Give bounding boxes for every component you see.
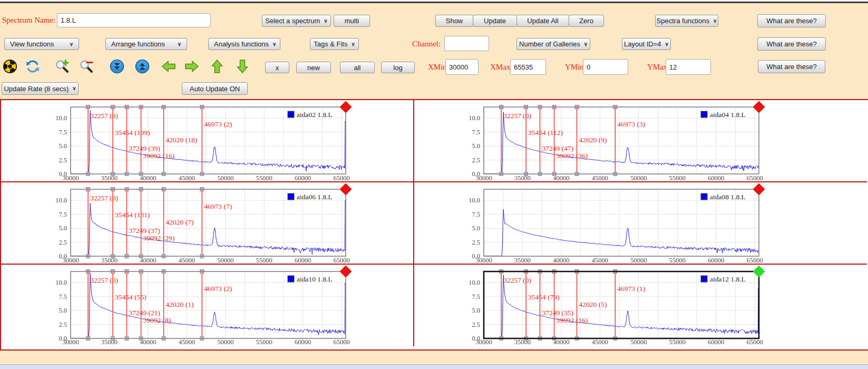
spectrum-plot-aida06[interactable]: 0.02.55.07.510.0300003500040000450005000… xyxy=(1,182,413,264)
x-axis-tick-label: 35000 xyxy=(101,257,118,264)
y-axis-tick-label: 5.0 xyxy=(58,142,67,150)
marker-label: 42020 (1) xyxy=(166,300,194,308)
chevron-down-icon xyxy=(665,42,669,47)
x-axis-tick-label: 45000 xyxy=(592,257,608,264)
marker-label: 35454 (55) xyxy=(115,293,147,301)
select-spectrum-label: Select a spectrum xyxy=(265,17,320,25)
spectrum-panel-aida02[interactable]: 0.02.55.07.510.0300003500040000450005000… xyxy=(1,100,414,182)
spectrum-gallery-grid: 0.02.55.07.510.0300003500040000450005000… xyxy=(0,99,868,351)
spectrum-panel-aida10[interactable]: 0.02.55.07.510.0300003500040000450005000… xyxy=(1,265,414,346)
x-axis-tick-label: 60000 xyxy=(295,257,311,264)
chevron-down-icon xyxy=(272,42,276,47)
marker-label: 46973 (3) xyxy=(617,120,645,128)
y-axis-tick-label: 5.0 xyxy=(472,225,480,232)
xmin-label: XMin xyxy=(428,63,447,72)
legend-swatch xyxy=(701,193,707,200)
spectrum-plot-aida10[interactable]: 0.02.55.07.510.0300003500040000450005000… xyxy=(1,265,413,345)
spectrum-plot-aida02[interactable]: 0.02.55.07.510.0300003500040000450005000… xyxy=(1,100,413,181)
x-axis-tick-label: 55000 xyxy=(669,174,686,181)
scroll-up-icon[interactable] xyxy=(135,59,150,74)
y-axis-tick-label: 7.5 xyxy=(58,293,67,300)
chevron-down-icon xyxy=(72,86,76,91)
marker-label: 32257 (0) xyxy=(90,276,118,284)
legend-label: aida02 1.8.L xyxy=(297,111,333,119)
xmax-label: XMax xyxy=(490,63,510,72)
x-axis-tick-label: 35000 xyxy=(101,338,118,345)
xmax-input[interactable] xyxy=(510,59,546,75)
update-rate-dropdown[interactable]: Update Rate (8 secs) xyxy=(2,82,79,95)
chevron-down-icon xyxy=(713,18,717,24)
spectrum-panel-aida08[interactable]: 0.02.55.07.510.0300003500040000450005000… xyxy=(414,182,867,265)
number-of-galleries-dropdown[interactable]: Number of Galleries xyxy=(516,38,590,50)
number-of-galleries-label: Number of Galleries xyxy=(519,40,580,48)
xmin-input[interactable] xyxy=(445,59,479,75)
update-all-button[interactable]: Update All xyxy=(516,15,569,27)
y-axis-tick-label: 5.0 xyxy=(58,307,67,314)
y-axis-tick-label: 2.5 xyxy=(58,157,67,164)
marker-label: 39092 (16) xyxy=(143,152,175,160)
legend-swatch xyxy=(288,276,294,282)
spectrum-panel-aida06[interactable]: 0.02.55.07.510.0300003500040000450005000… xyxy=(1,182,414,265)
chevron-down-icon xyxy=(584,42,588,47)
spectrum-panel-aida04[interactable]: 0.02.55.07.510.0300003500040000450005000… xyxy=(414,100,867,182)
x-axis-tick-label: 30000 xyxy=(62,257,79,264)
x-axis-tick-label: 65000 xyxy=(334,257,350,264)
what-are-these-button-3[interactable]: What are these? xyxy=(758,60,825,73)
arrow-down-icon[interactable] xyxy=(235,59,250,74)
marker-label: 39092 (29) xyxy=(143,234,175,242)
arrow-right-icon[interactable] xyxy=(184,59,199,74)
log-button[interactable]: log xyxy=(381,62,415,73)
marker-label: 42020 (5) xyxy=(579,300,607,308)
new-button[interactable]: new xyxy=(296,62,331,73)
scroll-down-icon[interactable] xyxy=(110,59,124,74)
x-axis-tick-label: 30000 xyxy=(475,257,492,264)
legend-swatch xyxy=(288,193,294,200)
layout-id-dropdown[interactable]: Layout ID=4 xyxy=(622,38,671,50)
y-axis-tick-label: 10.0 xyxy=(469,197,480,204)
channel-input[interactable] xyxy=(444,36,489,51)
arrow-left-icon[interactable] xyxy=(161,59,176,74)
x-axis-tick-label: 45000 xyxy=(592,174,608,181)
x-axis-tick-label: 65000 xyxy=(334,174,350,181)
zoom-in-icon[interactable] xyxy=(55,59,70,74)
view-functions-dropdown[interactable]: View functions xyxy=(4,38,79,50)
all-button[interactable]: all xyxy=(340,62,375,73)
y-axis-tick-label: 2.5 xyxy=(472,157,480,164)
arrow-up-icon[interactable] xyxy=(210,59,225,74)
spectrum-name-input[interactable] xyxy=(57,13,211,27)
zoom-out-icon[interactable] xyxy=(79,59,94,74)
x-axis-tick-label: 50000 xyxy=(630,338,647,345)
spectrum-plot-aida08[interactable]: 0.02.55.07.510.0300003500040000450005000… xyxy=(414,182,866,264)
show-button[interactable]: Show xyxy=(435,15,473,27)
spectra-functions-dropdown[interactable]: Spectra functions xyxy=(655,15,718,27)
refresh-icon[interactable] xyxy=(25,59,40,74)
x-axis-tick-label: 55000 xyxy=(256,174,272,181)
y-axis-tick-label: 5.0 xyxy=(472,307,480,314)
spectrum-plot-aida12[interactable]: 0.02.55.07.510.0300003500040000450005000… xyxy=(414,265,866,345)
arrange-functions-dropdown[interactable]: Arrange functions xyxy=(105,38,187,50)
marker-label: 35454 (109) xyxy=(115,129,150,137)
x-axis-tick-label: 30000 xyxy=(62,174,79,181)
y-axis-tick-label: 2.5 xyxy=(472,239,480,246)
chevron-down-icon xyxy=(324,18,327,24)
what-are-these-button-1[interactable]: What are these? xyxy=(757,14,826,27)
auto-update-button[interactable]: Auto Update ON xyxy=(182,82,248,95)
multi-button[interactable]: multi xyxy=(334,15,370,27)
ymax-input[interactable] xyxy=(666,59,711,75)
spectrum-plot-aida04[interactable]: 0.02.55.07.510.0300003500040000450005000… xyxy=(414,100,866,181)
radiation-icon[interactable] xyxy=(3,59,17,74)
x-axis-tick-label: 65000 xyxy=(334,338,350,345)
legend-swatch xyxy=(701,111,707,118)
x-button[interactable]: x xyxy=(265,62,289,73)
select-spectrum-dropdown[interactable]: Select a spectrum xyxy=(262,15,331,27)
y-axis-tick-label: 7.5 xyxy=(472,293,480,300)
spectra-functions-label: Spectra functions xyxy=(657,17,709,25)
update-button[interactable]: Update xyxy=(473,15,517,27)
analysis-functions-dropdown[interactable]: Analysis functions xyxy=(208,38,280,50)
spectrum-panel-aida12[interactable]: 0.02.55.07.510.0300003500040000450005000… xyxy=(414,265,867,346)
tags-fits-dropdown[interactable]: Tags & Fits xyxy=(310,38,359,50)
what-are-these-button-2[interactable]: What are these? xyxy=(757,37,826,51)
zero-button[interactable]: Zero xyxy=(569,15,604,27)
x-axis-tick-label: 35000 xyxy=(514,174,531,181)
ymin-input[interactable] xyxy=(583,59,628,75)
